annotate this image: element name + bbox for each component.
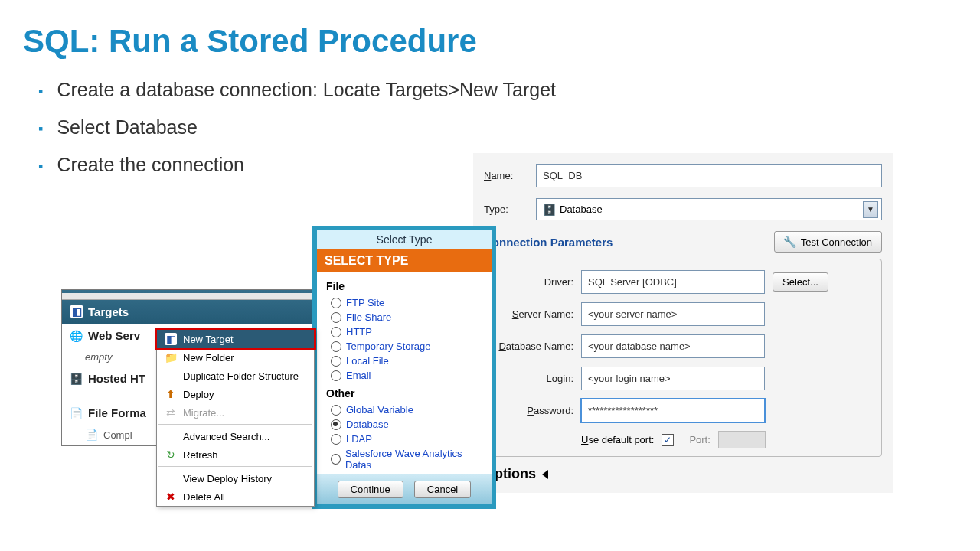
radio-label: HTTP (346, 326, 372, 337)
menu-view-deploy-history[interactable]: View Deploy History (157, 469, 314, 487)
password-label: Password: (494, 405, 573, 416)
target-icon: ◧ (70, 305, 83, 318)
radio-icon (331, 341, 341, 352)
radio-database[interactable]: Database (325, 417, 484, 432)
radio-label: Database (346, 419, 389, 430)
test-connection-label: Test Connection (801, 236, 872, 248)
type-label: Type: (484, 204, 527, 215)
database-icon: 🗄️ (543, 204, 555, 216)
group-file-label: File (326, 280, 482, 292)
bullet-text: Create the connection (57, 154, 244, 176)
radio-label: FTP Site (346, 297, 384, 308)
delete-icon: ✖ (165, 491, 177, 503)
radio-ftp-site[interactable]: FTP Site (325, 295, 484, 310)
database-input[interactable] (581, 334, 765, 358)
radio-label: Salesforce Wave Analytics Datas (345, 448, 478, 471)
select-type-panel: Select Type SELECT TYPE File FTP Site Fi… (312, 226, 496, 509)
menu-new-folder[interactable]: 📁 New Folder (157, 348, 314, 367)
radio-icon (331, 454, 341, 465)
menu-duplicate-folder-structure[interactable]: Duplicate Folder Structure (157, 367, 314, 385)
login-input[interactable] (581, 367, 765, 390)
menu-item-label: Duplicate Folder Structure (183, 370, 299, 382)
password-input[interactable] (581, 399, 765, 422)
radio-http[interactable]: HTTP (325, 324, 484, 339)
bullet-text: Select Database (57, 116, 197, 139)
type-value: Database (560, 204, 603, 215)
database-label: Database Name: (494, 341, 573, 352)
radio-icon (331, 405, 341, 416)
radio-label: LDAP (346, 433, 372, 445)
menu-item-label: New Target (183, 334, 234, 345)
collapse-icon (542, 470, 548, 479)
menu-refresh[interactable]: ↻ Refresh (157, 445, 314, 464)
bullet-item: Select Database (38, 116, 957, 139)
file-icon: 📄 (70, 407, 82, 419)
radio-temporary-storage[interactable]: Temporary Storage (325, 339, 484, 354)
targets-header-label: Targets (88, 305, 129, 318)
name-label: Name: (484, 170, 527, 181)
menu-item-label: Deploy (183, 389, 214, 400)
targets-header: ◧ Targets (62, 290, 315, 324)
radio-label: File Share (346, 311, 391, 323)
chevron-down-icon: ▼ (863, 201, 878, 218)
connection-form: Name: Type: 🗄️ Database ▼ Connection Par… (473, 153, 893, 493)
menu-item-label: Delete All (183, 491, 225, 503)
targets-item-label: Web Serv (88, 329, 140, 342)
gear-icon: 🔧 (784, 236, 796, 248)
radio-email[interactable]: Email (325, 368, 484, 383)
menu-migrate: ⇄ Migrate... (157, 403, 314, 422)
port-input (718, 431, 766, 448)
radio-label: Global Variable (346, 404, 413, 416)
targets-item-label: File Forma (88, 406, 146, 419)
radio-ldap[interactable]: LDAP (325, 432, 484, 446)
context-menu: ◧ New Target 📁 New Folder Duplicate Fold… (156, 329, 315, 507)
login-label: Login: (494, 373, 573, 384)
server-input[interactable] (581, 302, 765, 326)
group-other-label: Other (326, 387, 482, 399)
folder-icon: 📁 (165, 351, 177, 364)
radio-label: Temporary Storage (346, 341, 431, 352)
bullet-item: Create a database connection: Locate Tar… (38, 79, 957, 101)
radio-icon (331, 419, 341, 430)
target-icon: ◧ (165, 333, 177, 345)
radio-icon (331, 298, 341, 308)
select-type-header: SELECT TYPE (317, 249, 492, 272)
document-icon: 📄 (85, 429, 97, 441)
menu-new-target[interactable]: ◧ New Target (155, 328, 316, 350)
radio-label: Local File (346, 355, 389, 367)
cancel-button[interactable]: Cancel (414, 481, 471, 498)
menu-item-label: Advanced Search... (183, 431, 270, 442)
use-default-port-checkbox[interactable]: ✓ (662, 434, 674, 446)
menu-advanced-search[interactable]: Advanced Search... (157, 427, 314, 445)
menu-item-label: Migrate... (183, 407, 224, 419)
bullet-text: Create a database connection: Locate Tar… (57, 79, 556, 101)
radio-local-file[interactable]: Local File (325, 354, 484, 368)
type-select[interactable]: 🗄️ Database ▼ (536, 198, 882, 220)
options-toggle[interactable]: Options (484, 466, 882, 482)
server-label: Server Name: (494, 308, 573, 320)
targets-item-label: Hosted HT (88, 372, 145, 385)
radio-file-share[interactable]: File Share (325, 310, 484, 324)
globe-icon: 🌐 (70, 330, 82, 342)
menu-delete-all[interactable]: ✖ Delete All (157, 487, 314, 506)
menu-deploy[interactable]: ⬆ Deploy (157, 385, 314, 403)
radio-icon (331, 434, 341, 445)
continue-button[interactable]: Continue (338, 481, 403, 498)
test-connection-button[interactable]: 🔧 Test Connection (774, 231, 882, 253)
radio-salesforce[interactable]: Salesforce Wave Analytics Datas (325, 446, 484, 472)
connection-parameters-title: Connection Parameters (484, 236, 612, 249)
radio-label: Email (346, 370, 371, 381)
select-driver-button[interactable]: Select... (773, 272, 828, 292)
deploy-icon: ⬆ (165, 388, 177, 400)
radio-global-variable[interactable]: Global Variable (325, 403, 484, 417)
radio-icon (331, 356, 341, 367)
radio-icon (331, 370, 341, 381)
menu-item-label: View Deploy History (183, 473, 272, 484)
menu-item-label: Refresh (183, 449, 218, 461)
menu-separator (158, 424, 312, 425)
name-input[interactable] (536, 164, 882, 187)
port-label: Port: (689, 434, 710, 445)
migrate-icon: ⇄ (165, 406, 177, 419)
driver-input[interactable] (581, 270, 765, 294)
slide-title: SQL: Run a Stored Procedure (23, 23, 957, 60)
